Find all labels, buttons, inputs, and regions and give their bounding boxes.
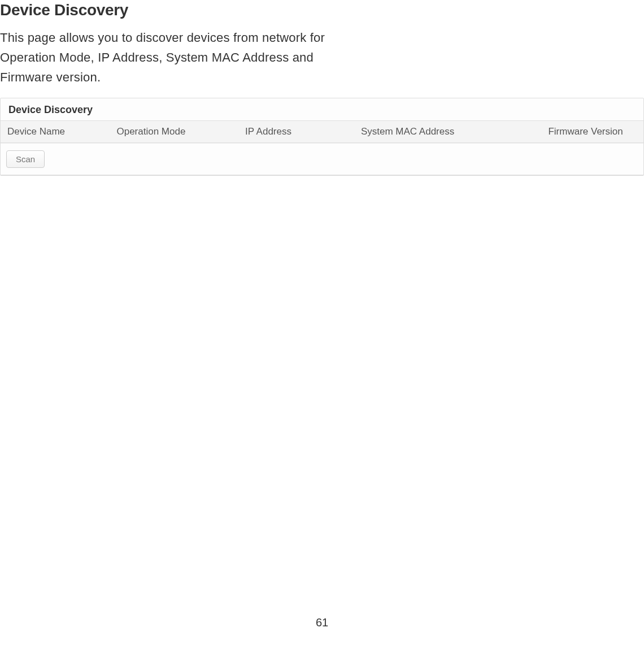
device-table: Device Name Operation Mode IP Address Sy… xyxy=(1,120,643,143)
device-discovery-panel: Device Discovery Device Name Operation M… xyxy=(0,98,644,176)
page-description: This page allows you to discover devices… xyxy=(0,28,350,88)
page-heading: Device Discovery xyxy=(0,0,644,28)
page-number: 61 xyxy=(316,616,328,629)
table-header-row: Device Name Operation Mode IP Address Sy… xyxy=(1,120,643,142)
button-row: Scan xyxy=(1,143,643,175)
panel-title: Device Discovery xyxy=(1,98,643,120)
scan-button[interactable]: Scan xyxy=(6,150,45,168)
col-device-name: Device Name xyxy=(1,120,110,142)
col-firmware-version: Firmware Version xyxy=(528,120,643,142)
col-system-mac: System MAC Address xyxy=(354,120,528,142)
col-ip-address: IP Address xyxy=(238,120,354,142)
col-operation-mode: Operation Mode xyxy=(110,120,238,142)
